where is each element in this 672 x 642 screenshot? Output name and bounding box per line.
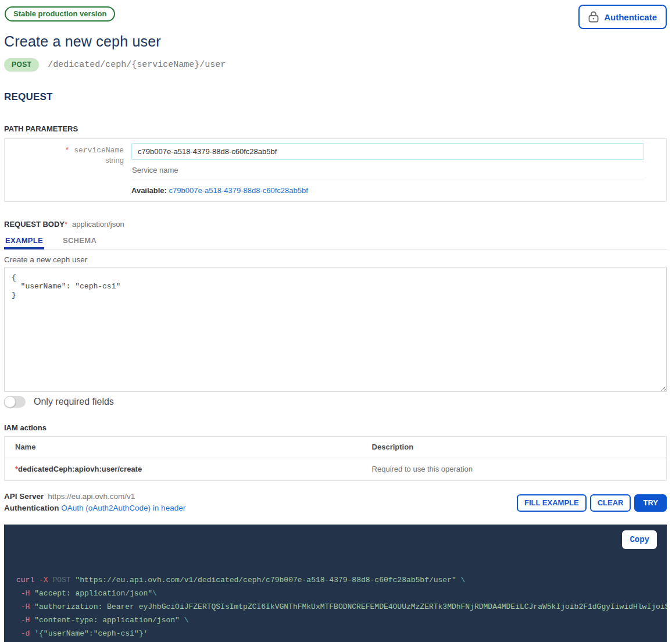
- service-name-input[interactable]: [131, 143, 644, 160]
- parameter-available-row: Available: c79b007e-a518-4379-88d8-c60fc…: [131, 180, 644, 195]
- code-line: -H "content-type: application/json" \: [16, 614, 667, 627]
- authenticate-label: Authenticate: [604, 12, 657, 22]
- iam-column-name: Name: [5, 443, 372, 451]
- iam-actions-table: Name Description *dedicatedCeph:apiovh:u…: [4, 436, 667, 481]
- endpoint-path: /dedicated/ceph/{serviceName}/user: [48, 60, 226, 70]
- only-required-toggle[interactable]: [4, 396, 26, 408]
- authentication-line: Authentication OAuth (oAuth2AuthCode) in…: [4, 504, 185, 512]
- api-console-page: Stable production version Authenticate C…: [0, 0, 672, 642]
- iam-table-row: *dedicatedCeph:apiovh:user/create Requir…: [5, 458, 666, 480]
- request-body-label: REQUEST BODY: [4, 220, 65, 229]
- example-description: Create a new ceph user: [4, 255, 667, 264]
- parameter-value-cell: Service name Available: c79b007e-a518-43…: [124, 143, 666, 195]
- iam-actions-heading: IAM actions: [4, 423, 667, 432]
- try-button[interactable]: TRY: [634, 494, 667, 512]
- endpoint-row: POST /dedicated/ceph/{serviceName}/user: [4, 58, 667, 72]
- parameter-type: string: [5, 156, 124, 165]
- authenticate-button[interactable]: Authenticate: [578, 5, 667, 29]
- code-line: -H "authorization: Bearer eyJhbGciOiJFZE…: [16, 600, 667, 614]
- parameter-description: Service name: [131, 160, 644, 180]
- request-heading: REQUEST: [4, 91, 667, 103]
- method-badge: POST: [4, 58, 39, 72]
- curl-code-block: Copy curl -X POST "https://eu.api.ovh.co…: [4, 525, 667, 642]
- only-required-row: Only required fields: [4, 396, 667, 408]
- content-type-label: application/json: [72, 220, 124, 229]
- iam-table-header: Name Description: [5, 437, 666, 458]
- clear-button[interactable]: CLEAR: [590, 494, 631, 512]
- header-row: Stable production version Authenticate: [4, 5, 667, 29]
- api-server-label: API Server: [4, 492, 44, 501]
- api-server-row: API Serverhttps://eu.api.ovh.com/v1 Auth…: [4, 492, 667, 512]
- page-title: Create a new ceph user: [4, 33, 667, 50]
- only-required-label: Only required fields: [34, 397, 114, 407]
- action-buttons: FILL EXAMPLE CLEAR TRY: [517, 492, 667, 512]
- version-badge: Stable production version: [5, 6, 115, 22]
- iam-action-name: *dedicatedCeph:apiovh:user/create: [5, 465, 372, 473]
- lock-icon: [588, 11, 599, 23]
- curl-copy-button[interactable]: Copy: [622, 530, 657, 549]
- path-parameters-table: * serviceName string Service name Availa…: [4, 138, 667, 202]
- required-asterisk: *: [65, 146, 70, 155]
- iam-action-description: Required to use this operation: [372, 465, 666, 473]
- authentication-link[interactable]: OAuth (oAuth2AuthCode) in header: [61, 504, 185, 512]
- code-line: -d '{"userName":"ceph-csi"}': [16, 627, 667, 640]
- code-line: -H "accept: application/json"\: [16, 587, 667, 600]
- api-server-value: https://eu.api.ovh.com/v1: [48, 492, 135, 501]
- request-body-heading: REQUEST BODY*application/json: [4, 220, 667, 229]
- parameter-name-text: serviceName: [74, 146, 124, 155]
- api-server-line: API Serverhttps://eu.api.ovh.com/v1: [4, 492, 185, 501]
- code-line: curl -X POST "https://eu.api.ovh.com/v1/…: [16, 573, 667, 587]
- available-label: Available:: [131, 186, 167, 195]
- request-body-tabs: EXAMPLE SCHEMA: [4, 236, 667, 249]
- toggle-knob: [4, 396, 16, 408]
- tab-schema[interactable]: SCHEMA: [62, 236, 98, 249]
- parameter-label-cell: * serviceName string: [5, 143, 124, 195]
- authentication-label: Authentication: [4, 504, 59, 512]
- path-parameters-heading: PATH PARAMETERS: [4, 124, 667, 133]
- required-asterisk: *: [65, 220, 67, 229]
- fill-example-button[interactable]: FILL EXAMPLE: [517, 494, 587, 512]
- available-value-link[interactable]: c79b007e-a518-4379-88d8-c60fc28ab5bf: [169, 186, 308, 195]
- request-body-editor[interactable]: { "userName": "ceph-csi" }: [4, 267, 667, 392]
- parameter-name: * serviceName: [5, 146, 124, 155]
- iam-column-description: Description: [372, 443, 666, 451]
- iam-action-name-text: dedicatedCeph:apiovh:user/create: [18, 465, 142, 473]
- api-server-info: API Serverhttps://eu.api.ovh.com/v1 Auth…: [4, 492, 185, 512]
- tab-example[interactable]: EXAMPLE: [4, 236, 44, 249]
